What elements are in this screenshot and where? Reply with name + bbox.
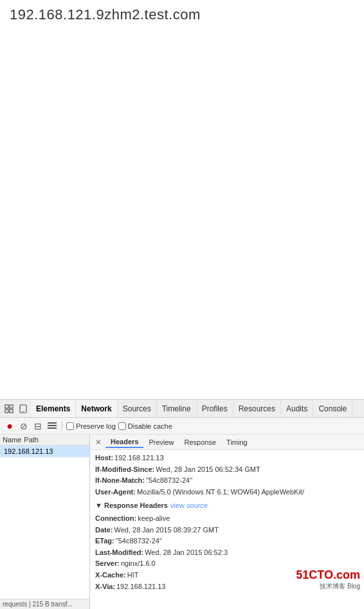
svg-rect-3 <box>10 409 13 413</box>
sub-tab-timing[interactable]: Timing <box>221 437 253 447</box>
sub-tab-headers[interactable]: Headers <box>105 436 143 448</box>
view-source-link[interactable]: view source <box>170 500 208 512</box>
close-button[interactable]: ✕ <box>93 438 104 447</box>
svg-rect-0 <box>5 405 8 408</box>
tab-profiles[interactable]: Profiles <box>197 400 233 417</box>
header-row: User-Agent: Mozilla/5.0 (Windows NT 6.1;… <box>95 487 359 498</box>
svg-rect-1 <box>10 405 13 408</box>
request-list: Name Path 192.168.121.13 requests | 215 … <box>0 435 90 609</box>
tab-audits[interactable]: Audits <box>281 400 313 417</box>
disable-cache-checkbox[interactable] <box>118 422 126 430</box>
header-row: If-Modified-Since: Wed, 28 Jan 2015 06:5… <box>95 464 359 476</box>
response-headers-title: ▼ Response Headers view source <box>95 500 359 512</box>
svg-rect-6 <box>48 422 57 424</box>
header-row: ETag: "54c88732-24" <box>95 536 359 547</box>
tab-network[interactable]: Network <box>76 400 117 417</box>
svg-rect-7 <box>48 425 57 426</box>
preserve-log-checkbox[interactable] <box>66 422 74 430</box>
sub-tab-response[interactable]: Response <box>179 437 222 447</box>
disable-cache-label[interactable]: Disable cache <box>118 422 172 430</box>
request-list-header: Name Path <box>0 435 89 445</box>
preserve-log-label[interactable]: Preserve log <box>66 422 116 430</box>
request-items: 192.168.121.13 <box>0 445 89 599</box>
separator <box>62 422 62 431</box>
svg-rect-2 <box>5 409 8 413</box>
tab-console[interactable]: Console <box>313 400 352 417</box>
header-row: Connection: keep-alive <box>95 513 359 525</box>
list-item[interactable]: 192.168.121.13 <box>0 445 89 458</box>
request-list-footer: requests | 215 B transf... <box>0 599 89 609</box>
view-toggle-button[interactable] <box>46 420 58 432</box>
sub-tab-preview[interactable]: Preview <box>143 437 179 447</box>
tab-resources[interactable]: Resources <box>233 400 281 417</box>
svg-point-5 <box>23 411 24 412</box>
inspect-icon[interactable] <box>3 402 15 415</box>
devtools-tab-bar: Elements Network Sources Timeline Profil… <box>0 400 364 418</box>
record-button[interactable]: ● <box>4 420 15 432</box>
mobile-icon[interactable] <box>17 402 30 415</box>
network-toolbar: ● ⊘ ⊟ Preserve log Disable cache <box>0 418 364 435</box>
watermark: 51CTO.com 技术博客 Blog <box>296 567 360 591</box>
header-row: If-None-Match: "54c88732-24" <box>95 475 359 487</box>
watermark-subtitle: 技术博客 Blog <box>320 582 360 591</box>
header-row: Host: 192.168.121.13 <box>95 453 359 464</box>
header-row: Date: Wed, 28 Jan 2015 08:39:27 GMT <box>95 525 359 536</box>
tab-sources[interactable]: Sources <box>118 400 157 417</box>
tab-elements[interactable]: Elements <box>31 400 76 417</box>
browser-content: 192.168.121.9zhm2.test.com <box>0 0 364 399</box>
page-url: 192.168.121.9zhm2.test.com <box>10 6 354 23</box>
filter-button[interactable]: ⊟ <box>32 420 44 432</box>
sub-tabs: ✕ Headers Preview Response Timing <box>90 435 364 450</box>
svg-rect-8 <box>48 427 57 429</box>
watermark-logo: 51CTO.com <box>296 567 360 582</box>
tab-timeline[interactable]: Timeline <box>157 400 197 417</box>
clear-button[interactable]: ⊘ <box>18 420 30 432</box>
header-row: Last-Modified: Wed, 28 Jan 2015 06:52:3 <box>95 547 359 559</box>
